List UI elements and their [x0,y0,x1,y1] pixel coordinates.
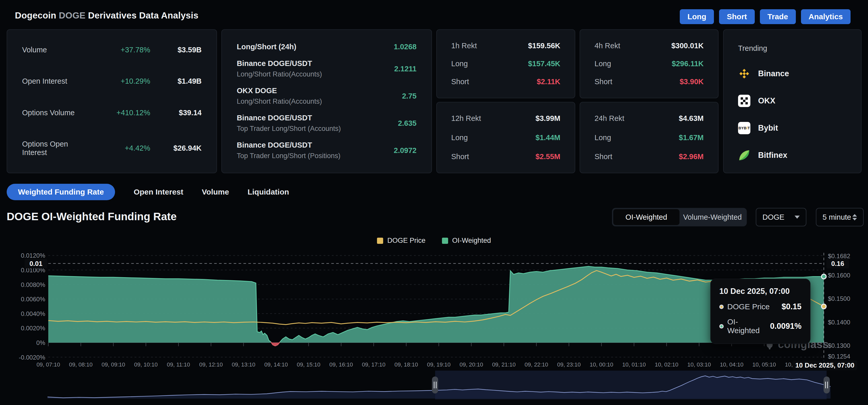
svg-text:09, 18:10: 09, 18:10 [395,361,418,368]
tooltip-date: 10 Dec 2025, 07:00 [719,287,802,296]
svg-text:09, 23:10: 09, 23:10 [557,361,581,368]
doge-derivatives-dashboard: { "header": { "title_part1": "Dogecoin",… [0,0,868,405]
svg-text:09, 07:10: 09, 07:10 [36,361,60,368]
tooltip-row-doge-price: DOGE Price $0.15 [719,302,802,311]
svg-text:09, 20:10: 09, 20:10 [459,361,483,368]
svg-text:10, 05:10: 10, 05:10 [752,361,776,368]
crosshair-right-value: 0.16 [827,259,849,268]
svg-text:09, 15:10: 09, 15:10 [297,361,320,368]
svg-text:09, 08:10: 09, 08:10 [69,361,93,368]
svg-text:09, 22:10: 09, 22:10 [525,361,548,368]
svg-text:-0.0020%: -0.0020% [19,354,45,361]
funding-rate-chart[interactable]: 0.0120%0.0100%0.0080%0.0060%0.0040%0.002… [0,0,868,405]
svg-text:0.0080%: 0.0080% [21,281,45,288]
svg-text:0.0120%: 0.0120% [21,252,45,259]
svg-text:$0.1254: $0.1254 [828,353,850,360]
svg-text:10, 04:10: 10, 04:10 [720,361,743,368]
svg-text:09, 17:10: 09, 17:10 [362,361,385,368]
svg-text:10, 01:10: 10, 01:10 [622,361,646,368]
chart-tooltip: 10 Dec 2025, 07:00 DOGE Price $0.15 OI-W… [710,279,810,344]
tooltip-label: DOGE Price [727,302,781,311]
svg-text:10, 00:10: 10, 00:10 [590,361,613,368]
svg-text:0.0020%: 0.0020% [21,325,45,332]
svg-text:09, 09:10: 09, 09:10 [102,361,125,368]
svg-text:09, 11:10: 09, 11:10 [167,361,190,368]
navigator-right-handle[interactable] [824,376,830,394]
navigator-left-handle[interactable] [432,376,438,394]
svg-text:09, 14:10: 09, 14:10 [264,361,288,368]
svg-text:$0.1400: $0.1400 [828,319,850,326]
svg-text:09, 16:10: 09, 16:10 [330,361,353,368]
tooltip-value: $0.15 [781,302,802,311]
tooltip-value: 0.0091% [770,322,802,331]
doge-price-dot [719,305,724,309]
svg-text:10, 03:10: 10, 03:10 [687,361,711,368]
tooltip-label: OI-Weighted [727,317,770,335]
svg-text:0%: 0% [36,339,45,346]
svg-text:09, 21:10: 09, 21:10 [492,361,516,368]
oi-weighted-dot [719,324,724,329]
svg-text:09, 13:10: 09, 13:10 [231,361,255,368]
svg-text:$0.1500: $0.1500 [828,295,850,302]
svg-text:09, 10:10: 09, 10:10 [134,361,158,368]
crosshair-date-value: 10 Dec 2025, 07:00 [793,360,857,370]
svg-text:10, 02:10: 10, 02:10 [655,361,679,368]
svg-text:0.0040%: 0.0040% [21,310,45,317]
svg-text:09, 12:10: 09, 12:10 [199,361,223,368]
svg-text:0.0060%: 0.0060% [21,296,45,303]
svg-text:$0.1682: $0.1682 [828,252,850,260]
crosshair-left-value: 0.01 [25,259,47,268]
tooltip-row-oi-weighted: OI-Weighted 0.0091% [719,317,802,335]
svg-text:09, 19:10: 09, 19:10 [427,361,451,368]
svg-text:$0.1300: $0.1300 [828,342,850,349]
svg-text:$0.1600: $0.1600 [828,272,850,279]
